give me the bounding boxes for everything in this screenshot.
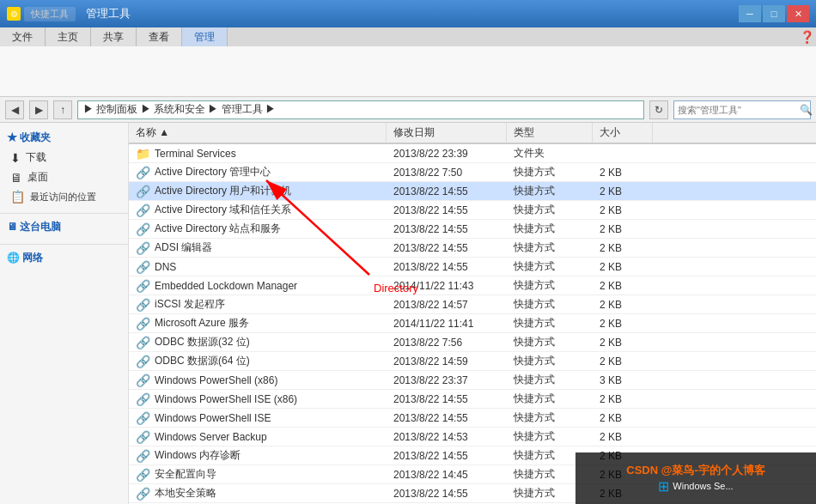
file-name: Windows 内存诊断	[155, 448, 241, 463]
col-header-name[interactable]: 名称 ▲	[129, 123, 387, 143]
table-row[interactable]: 🔗 ODBC 数据源(32 位) 2013/8/22 7:56 快捷方式 2 K…	[129, 333, 816, 352]
tab-home[interactable]: 主页	[46, 27, 91, 46]
sidebar-item-recent[interactable]: 📋 最近访问的位置	[0, 187, 128, 206]
cell-size: 2 KB	[593, 222, 653, 237]
cell-name: 📁 Terminal Services	[129, 145, 387, 162]
favorites-header[interactable]: ★ 收藏夹	[0, 128, 128, 148]
cell-type: 快捷方式	[507, 371, 593, 389]
cell-size: 2 KB	[593, 203, 653, 218]
sidebar-label-downloads: 下载	[26, 150, 46, 165]
shortcut-icon: 🔗	[136, 260, 149, 274]
cell-type: 快捷方式	[507, 220, 593, 238]
shortcut-icon: 🔗	[136, 222, 149, 236]
file-name: Windows PowerShell ISE	[155, 412, 271, 424]
file-name: Embedded Lockdown Manager	[155, 280, 297, 292]
up-button[interactable]: ↑	[53, 100, 72, 119]
favorites-section: ★ 收藏夹 ⬇ 下载 🖥 桌面 📋 最近访问的位置	[0, 128, 128, 206]
cell-date: 2014/11/22 11:41	[387, 316, 507, 331]
file-name: DNS	[155, 261, 176, 273]
cell-name: 🔗 Windows PowerShell ISE (x86)	[129, 391, 387, 408]
file-name: Windows Server Backup	[155, 431, 267, 443]
app-icon: ⚙	[7, 7, 21, 21]
table-row[interactable]: 🔗 Microsoft Azure 服务 2014/11/22 11:41 快捷…	[129, 314, 816, 333]
cell-name: 🔗 Active Directory 域和信任关系	[129, 201, 387, 219]
table-row[interactable]: 🔗 Active Directory 站点和服务 2013/8/22 14:55…	[129, 220, 816, 239]
table-row[interactable]: 🔗 Active Directory 用户和计算机 2013/8/22 14:5…	[129, 182, 816, 201]
table-row[interactable]: 🔗 ADSI 编辑器 2013/8/22 14:55 快捷方式 2 KB	[129, 239, 816, 258]
table-row[interactable]: 🔗 Windows PowerShell ISE 2013/8/22 14:55…	[129, 409, 816, 428]
shortcut-icon: 🔗	[136, 449, 149, 463]
col-header-size[interactable]: 大小	[593, 123, 653, 143]
file-name: Active Directory 站点和服务	[155, 222, 281, 236]
sidebar-item-downloads[interactable]: ⬇ 下载	[0, 148, 128, 167]
shortcut-icon: 🔗	[136, 487, 149, 501]
help-button[interactable]: ❓	[797, 27, 816, 46]
back-button[interactable]: ◀	[5, 100, 24, 119]
network-header[interactable]: 🌐 网络	[0, 248, 128, 268]
cell-type: 快捷方式	[507, 295, 593, 313]
shortcut-icon: 🔗	[136, 241, 149, 255]
table-row[interactable]: 🔗 Windows PowerShell ISE (x86) 2013/8/22…	[129, 390, 816, 409]
col-header-date[interactable]: 修改日期	[387, 123, 507, 143]
recent-icon: 📋	[10, 190, 25, 203]
search-input[interactable]	[674, 105, 800, 115]
cell-name: 🔗 Windows PowerShell ISE	[129, 410, 387, 427]
close-button[interactable]: ✕	[787, 5, 809, 22]
refresh-button[interactable]: ↻	[649, 100, 668, 119]
col-header-type[interactable]: 类型	[507, 123, 593, 143]
table-row[interactable]: 🔗 iSCSI 发起程序 2013/8/22 14:57 快捷方式 2 KB	[129, 295, 816, 314]
shortcut-icon: 🔗	[136, 373, 149, 387]
cell-name: 🔗 本地安全策略	[129, 484, 387, 502]
table-row[interactable]: 🔗 Active Directory 管理中心 2013/8/22 7:50 快…	[129, 163, 816, 182]
table-row[interactable]: 🔗 Embedded Lockdown Manager 2014/11/22 1…	[129, 276, 816, 295]
address-path[interactable]: ▶ 控制面板 ▶ 系统和安全 ▶ 管理工具 ▶	[77, 100, 644, 119]
file-name: Terminal Services	[155, 148, 236, 160]
cell-size: 2 KB	[593, 259, 653, 275]
cell-date: 2013/8/22 14:55	[387, 203, 507, 218]
downloads-icon: ⬇	[10, 151, 21, 165]
cell-date: 2013/8/22 14:55	[387, 410, 507, 426]
address-bar: ◀ ▶ ↑ ▶ 控制面板 ▶ 系统和安全 ▶ 管理工具 ▶ ↻ 🔍	[0, 97, 816, 123]
tab-view[interactable]: 查看	[137, 27, 182, 46]
cell-date: 2013/8/22 14:55	[387, 222, 507, 237]
cell-size: 2 KB	[593, 240, 653, 256]
computer-section: 🖥 这台电脑	[0, 217, 128, 237]
cell-size: 2 KB	[593, 165, 653, 180]
desktop-icon: 🖥	[10, 171, 22, 185]
cell-type: 快捷方式	[507, 428, 593, 446]
table-row[interactable]: 🔗 Active Directory 域和信任关系 2013/8/22 14:5…	[129, 201, 816, 220]
shortcut-icon: 🔗	[136, 411, 149, 425]
table-row[interactable]: 🔗 Windows PowerShell (x86) 2013/8/22 23:…	[129, 371, 816, 390]
ribbon-content	[0, 46, 816, 96]
search-icon[interactable]: 🔍	[800, 100, 813, 119]
sidebar-item-desktop[interactable]: 🖥 桌面	[0, 167, 128, 187]
search-box: 🔍	[673, 100, 811, 119]
cell-date: 2013/8/22 14:55	[387, 184, 507, 199]
cell-type: 快捷方式	[507, 390, 593, 408]
tab-manage[interactable]: 管理	[182, 27, 228, 46]
forward-button[interactable]: ▶	[29, 100, 48, 119]
minimize-button[interactable]: ─	[739, 5, 761, 22]
title-bar-left: ⚙ 快捷工具 管理工具	[7, 6, 131, 21]
maximize-button[interactable]: □	[763, 5, 785, 22]
table-row[interactable]: 📁 Terminal Services 2013/8/22 23:39 文件夹	[129, 144, 816, 163]
cell-date: 2013/8/22 23:39	[387, 146, 507, 161]
table-row[interactable]: 🔗 ODBC 数据源(64 位) 2013/8/22 14:59 快捷方式 2 …	[129, 352, 816, 371]
cell-size	[593, 152, 653, 155]
cell-name: 🔗 Embedded Lockdown Manager	[129, 277, 387, 295]
tab-share[interactable]: 共享	[91, 27, 137, 46]
cell-name: 🔗 iSCSI 发起程序	[129, 295, 387, 313]
cell-date: 2013/8/22 7:50	[387, 165, 507, 180]
cell-size: 2 KB	[593, 297, 653, 313]
file-list: 名称 ▲ 修改日期 类型 大小 📁 Terminal Services 2013…	[129, 123, 816, 504]
sidebar: ★ 收藏夹 ⬇ 下载 🖥 桌面 📋 最近访问的位置 🖥 这台电脑	[0, 123, 129, 504]
cell-size: 2 KB	[593, 392, 653, 407]
tab-file[interactable]: 文件	[0, 27, 46, 46]
ribbon-tabs: 文件 主页 共享 查看 管理 ❓	[0, 27, 816, 46]
folder-icon: 📁	[136, 147, 149, 161]
computer-header[interactable]: 🖥 这台电脑	[0, 217, 128, 237]
table-row[interactable]: 🔗 Windows Server Backup 2013/8/22 14:53 …	[129, 428, 816, 446]
cell-size: 2 KB	[593, 335, 653, 350]
table-row[interactable]: 🔗 DNS 2013/8/22 14:55 快捷方式 2 KB	[129, 258, 816, 276]
cell-date: 2013/8/22 14:59	[387, 354, 507, 369]
